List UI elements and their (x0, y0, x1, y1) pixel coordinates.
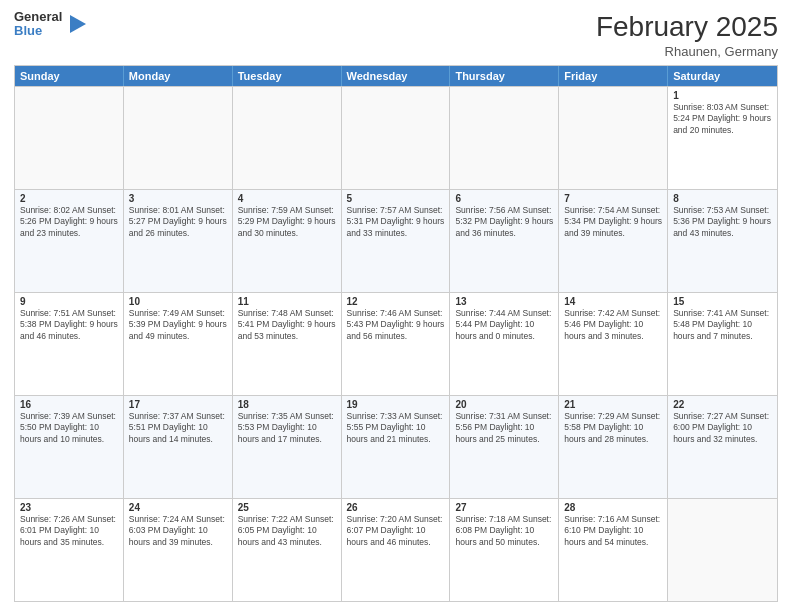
day-13: 13Sunrise: 7:44 AM Sunset: 5:44 PM Dayli… (450, 293, 559, 395)
main-title: February 2025 (596, 10, 778, 44)
day-11: 11Sunrise: 7:48 AM Sunset: 5:41 PM Dayli… (233, 293, 342, 395)
header-wednesday: Wednesday (342, 66, 451, 86)
day-info-22: Sunrise: 7:27 AM Sunset: 6:00 PM Dayligh… (673, 411, 772, 445)
day-number-2: 2 (20, 193, 118, 204)
header-monday: Monday (124, 66, 233, 86)
day-info-9: Sunrise: 7:51 AM Sunset: 5:38 PM Dayligh… (20, 308, 118, 342)
day-number-3: 3 (129, 193, 227, 204)
day-number-4: 4 (238, 193, 336, 204)
empty-cell-0-5 (559, 87, 668, 189)
day-number-8: 8 (673, 193, 772, 204)
day-8: 8Sunrise: 7:53 AM Sunset: 5:36 PM Daylig… (668, 190, 777, 292)
day-number-1: 1 (673, 90, 772, 101)
day-info-25: Sunrise: 7:22 AM Sunset: 6:05 PM Dayligh… (238, 514, 336, 548)
logo-triangle-icon (66, 13, 88, 35)
day-25: 25Sunrise: 7:22 AM Sunset: 6:05 PM Dayli… (233, 499, 342, 601)
day-4: 4Sunrise: 7:59 AM Sunset: 5:29 PM Daylig… (233, 190, 342, 292)
day-number-9: 9 (20, 296, 118, 307)
day-info-19: Sunrise: 7:33 AM Sunset: 5:55 PM Dayligh… (347, 411, 445, 445)
day-number-22: 22 (673, 399, 772, 410)
day-7: 7Sunrise: 7:54 AM Sunset: 5:34 PM Daylig… (559, 190, 668, 292)
day-number-28: 28 (564, 502, 662, 513)
day-number-24: 24 (129, 502, 227, 513)
day-16: 16Sunrise: 7:39 AM Sunset: 5:50 PM Dayli… (15, 396, 124, 498)
day-number-15: 15 (673, 296, 772, 307)
day-22: 22Sunrise: 7:27 AM Sunset: 6:00 PM Dayli… (668, 396, 777, 498)
day-24: 24Sunrise: 7:24 AM Sunset: 6:03 PM Dayli… (124, 499, 233, 601)
day-2: 2Sunrise: 8:02 AM Sunset: 5:26 PM Daylig… (15, 190, 124, 292)
day-18: 18Sunrise: 7:35 AM Sunset: 5:53 PM Dayli… (233, 396, 342, 498)
logo-blue: Blue (14, 24, 62, 38)
day-number-25: 25 (238, 502, 336, 513)
day-number-14: 14 (564, 296, 662, 307)
day-number-10: 10 (129, 296, 227, 307)
page: General Blue February 2025 Rhaunen, Germ… (0, 0, 792, 612)
day-info-28: Sunrise: 7:16 AM Sunset: 6:10 PM Dayligh… (564, 514, 662, 548)
day-28: 28Sunrise: 7:16 AM Sunset: 6:10 PM Dayli… (559, 499, 668, 601)
day-info-3: Sunrise: 8:01 AM Sunset: 5:27 PM Dayligh… (129, 205, 227, 239)
day-info-4: Sunrise: 7:59 AM Sunset: 5:29 PM Dayligh… (238, 205, 336, 239)
day-info-16: Sunrise: 7:39 AM Sunset: 5:50 PM Dayligh… (20, 411, 118, 445)
empty-cell-0-4 (450, 87, 559, 189)
day-5: 5Sunrise: 7:57 AM Sunset: 5:31 PM Daylig… (342, 190, 451, 292)
day-20: 20Sunrise: 7:31 AM Sunset: 5:56 PM Dayli… (450, 396, 559, 498)
day-number-23: 23 (20, 502, 118, 513)
day-info-12: Sunrise: 7:46 AM Sunset: 5:43 PM Dayligh… (347, 308, 445, 342)
week-row-1: 2Sunrise: 8:02 AM Sunset: 5:26 PM Daylig… (15, 189, 777, 292)
day-number-20: 20 (455, 399, 553, 410)
empty-cell-4-6 (668, 499, 777, 601)
day-info-7: Sunrise: 7:54 AM Sunset: 5:34 PM Dayligh… (564, 205, 662, 239)
title-block: February 2025 Rhaunen, Germany (596, 10, 778, 59)
day-15: 15Sunrise: 7:41 AM Sunset: 5:48 PM Dayli… (668, 293, 777, 395)
day-info-27: Sunrise: 7:18 AM Sunset: 6:08 PM Dayligh… (455, 514, 553, 548)
header-friday: Friday (559, 66, 668, 86)
empty-cell-0-1 (124, 87, 233, 189)
day-info-26: Sunrise: 7:20 AM Sunset: 6:07 PM Dayligh… (347, 514, 445, 548)
day-number-18: 18 (238, 399, 336, 410)
day-27: 27Sunrise: 7:18 AM Sunset: 6:08 PM Dayli… (450, 499, 559, 601)
day-number-7: 7 (564, 193, 662, 204)
day-number-17: 17 (129, 399, 227, 410)
day-26: 26Sunrise: 7:20 AM Sunset: 6:07 PM Dayli… (342, 499, 451, 601)
day-info-23: Sunrise: 7:26 AM Sunset: 6:01 PM Dayligh… (20, 514, 118, 548)
subtitle: Rhaunen, Germany (596, 44, 778, 59)
day-info-21: Sunrise: 7:29 AM Sunset: 5:58 PM Dayligh… (564, 411, 662, 445)
empty-cell-0-3 (342, 87, 451, 189)
day-21: 21Sunrise: 7:29 AM Sunset: 5:58 PM Dayli… (559, 396, 668, 498)
day-number-19: 19 (347, 399, 445, 410)
week-row-4: 23Sunrise: 7:26 AM Sunset: 6:01 PM Dayli… (15, 498, 777, 601)
day-info-2: Sunrise: 8:02 AM Sunset: 5:26 PM Dayligh… (20, 205, 118, 239)
day-23: 23Sunrise: 7:26 AM Sunset: 6:01 PM Dayli… (15, 499, 124, 601)
day-info-15: Sunrise: 7:41 AM Sunset: 5:48 PM Dayligh… (673, 308, 772, 342)
day-17: 17Sunrise: 7:37 AM Sunset: 5:51 PM Dayli… (124, 396, 233, 498)
day-info-14: Sunrise: 7:42 AM Sunset: 5:46 PM Dayligh… (564, 308, 662, 342)
day-info-13: Sunrise: 7:44 AM Sunset: 5:44 PM Dayligh… (455, 308, 553, 342)
day-number-12: 12 (347, 296, 445, 307)
day-info-8: Sunrise: 7:53 AM Sunset: 5:36 PM Dayligh… (673, 205, 772, 239)
header-sunday: Sunday (15, 66, 124, 86)
day-info-10: Sunrise: 7:49 AM Sunset: 5:39 PM Dayligh… (129, 308, 227, 342)
day-info-17: Sunrise: 7:37 AM Sunset: 5:51 PM Dayligh… (129, 411, 227, 445)
day-info-5: Sunrise: 7:57 AM Sunset: 5:31 PM Dayligh… (347, 205, 445, 239)
day-3: 3Sunrise: 8:01 AM Sunset: 5:27 PM Daylig… (124, 190, 233, 292)
logo-general: General (14, 10, 62, 24)
day-info-18: Sunrise: 7:35 AM Sunset: 5:53 PM Dayligh… (238, 411, 336, 445)
week-row-2: 9Sunrise: 7:51 AM Sunset: 5:38 PM Daylig… (15, 292, 777, 395)
header-saturday: Saturday (668, 66, 777, 86)
day-6: 6Sunrise: 7:56 AM Sunset: 5:32 PM Daylig… (450, 190, 559, 292)
day-9: 9Sunrise: 7:51 AM Sunset: 5:38 PM Daylig… (15, 293, 124, 395)
day-info-11: Sunrise: 7:48 AM Sunset: 5:41 PM Dayligh… (238, 308, 336, 342)
day-info-24: Sunrise: 7:24 AM Sunset: 6:03 PM Dayligh… (129, 514, 227, 548)
header: General Blue February 2025 Rhaunen, Germ… (14, 10, 778, 59)
day-number-13: 13 (455, 296, 553, 307)
logo: General Blue (14, 10, 88, 39)
empty-cell-0-2 (233, 87, 342, 189)
day-number-27: 27 (455, 502, 553, 513)
header-thursday: Thursday (450, 66, 559, 86)
day-info-6: Sunrise: 7:56 AM Sunset: 5:32 PM Dayligh… (455, 205, 553, 239)
day-info-1: Sunrise: 8:03 AM Sunset: 5:24 PM Dayligh… (673, 102, 772, 136)
day-info-20: Sunrise: 7:31 AM Sunset: 5:56 PM Dayligh… (455, 411, 553, 445)
day-1: 1Sunrise: 8:03 AM Sunset: 5:24 PM Daylig… (668, 87, 777, 189)
day-number-5: 5 (347, 193, 445, 204)
week-row-0: 1Sunrise: 8:03 AM Sunset: 5:24 PM Daylig… (15, 86, 777, 189)
